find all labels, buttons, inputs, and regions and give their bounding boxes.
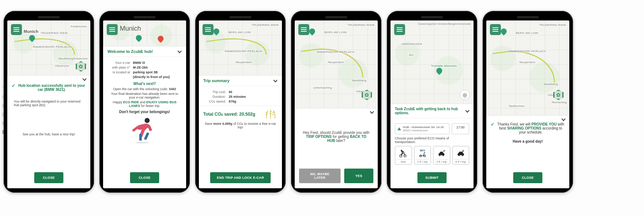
phone-5: Gewerbegebiet Einstein/Bergkirchenstraße… <box>387 11 477 193</box>
screen-trip-options-prompt: TRUDERING-RIEM BERG AM LOIM RAMERSDORF-P… <box>295 20 378 188</box>
phone-speaker <box>421 16 443 18</box>
time-field[interactable]: 17:00 <box>452 123 469 134</box>
confirmation-text: Hub location successfully sent to your c… <box>17 84 86 92</box>
svg-point-11 <box>443 155 444 156</box>
mvv-scooter-icon: MVV <box>418 148 427 158</box>
end-trip-button[interactable]: END TRIP AND LOCK E-CAR <box>210 172 270 183</box>
map[interactable]: TRUDERING-RIEM BERG AM LOIM RAMERSDORF-P… <box>486 20 569 115</box>
eco-ride-text: Happy ECO RIDE and ENJOY USING BUS LANES… <box>107 100 182 108</box>
map[interactable]: Munich Feldkirchen TRUDERING-RIEM RAMERS… <box>7 20 90 75</box>
phone-speaker <box>325 16 347 18</box>
bottom-sheet: Trip summary Trip cost:6€ Duration:25 mi… <box>199 75 282 188</box>
confirmation-text: Thanks Fred, we will PROVIDE YOU with be… <box>496 122 565 134</box>
info-text: You will be directly navigated to your r… <box>12 100 86 107</box>
svg-point-12 <box>444 150 444 151</box>
destination-field[interactable]: HUB - Hohenbrunner Str. 14-18 85521 Hohe… <box>395 123 449 134</box>
map-pin-dest-icon <box>435 67 444 75</box>
phone-2: Munich Welcome to ZcubE hub! Your e-carB… <box>99 11 190 193</box>
check-icon: ✓ <box>491 122 494 127</box>
map[interactable]: TRUDERING-RIEM BERG AM LOIM RAMERSDORF-P… <box>295 20 378 108</box>
walk-bike-icon <box>398 148 408 158</box>
menu-button[interactable] <box>394 24 405 35</box>
check-icon: ✓ <box>12 84 15 88</box>
unlock-instruction: Open the car with the unlocking code: 34… <box>107 87 182 91</box>
choose-mode-text: Choose your prefered ECO means of transp… <box>395 136 469 144</box>
menu-button[interactable] <box>107 24 118 35</box>
collapse-icon[interactable] <box>465 109 469 113</box>
mode-walk-bike[interactable]: free <box>395 146 412 165</box>
svg-point-3 <box>135 142 149 143</box>
save-more-text: Save more 4.498g of CO₂ to receive a fre… <box>203 122 278 129</box>
yes-button[interactable]: YES <box>344 169 373 183</box>
whats-next-heading: What's next? <box>107 82 182 86</box>
svg-point-15 <box>462 155 463 156</box>
mode-price: 2 € / trip <box>415 159 430 163</box>
collapse-icon[interactable] <box>177 49 182 54</box>
total-co2-line: Total CO₂ saved: 20.502g <box>203 109 278 120</box>
svg-text:MVV: MVV <box>420 149 425 152</box>
map[interactable]: Munich <box>103 20 186 46</box>
map-pin-start-icon <box>500 27 508 36</box>
ride-share-icon <box>437 148 446 158</box>
map-pin-start-icon <box>212 27 221 36</box>
runner-illustration <box>107 116 182 145</box>
phone-speaker <box>517 16 539 18</box>
svg-point-10 <box>439 155 440 156</box>
screen-trip-summary: TRUDERING-RIEM BERG AM LOIM RAMERSDORF-P… <box>199 20 282 188</box>
bottom-sheet: ✓ Hub location successfully sent to your… <box>7 75 90 188</box>
screen-task-return: Gewerbegebiet Einstein/Bergkirchenstraße… <box>390 20 474 188</box>
submit-button[interactable]: SUBMIT <box>417 172 447 183</box>
bottom-sheet: Hey Fred, should ZcubE provide you with … <box>295 108 378 188</box>
prompt-text: Hey Fred, should ZcubE provide you with … <box>299 131 373 143</box>
phone-mockup-row: Munich Feldkirchen TRUDERING-RIEM RAMERS… <box>4 11 573 193</box>
map[interactable]: Gewerbegebiet Einstein/Bergkirchenstraße… <box>390 20 474 104</box>
mode-mvv-scooter[interactable]: MVV 2 € / trip <box>414 146 431 165</box>
map[interactable]: TRUDERING-RIEM BERG AM LOIM RAMERSDORF-P… <box>199 20 282 75</box>
close-button[interactable]: CLOSE <box>34 172 63 183</box>
svg-point-0 <box>145 118 150 123</box>
collapse-icon[interactable] <box>561 117 566 122</box>
close-button[interactable]: CLOSE <box>513 172 542 183</box>
mode-price: 3 € / trip <box>434 159 449 163</box>
phone-speaker <box>38 16 60 18</box>
collapse-icon[interactable] <box>370 110 374 114</box>
bottom-sheet: Welcome to ZcubE hub! Your e-carBMW i3 w… <box>103 46 186 188</box>
bottom-sheet: ✓ Thanks Fred, we will PROVIDE YOU with … <box>486 115 569 188</box>
collapse-icon[interactable] <box>82 77 87 81</box>
map-pin-start-icon <box>308 27 317 36</box>
svg-rect-2 <box>144 132 149 140</box>
collapse-icon[interactable] <box>273 78 278 83</box>
phone-3: TRUDERING-RIEM BERG AM LOIM RAMERSDORF-P… <box>195 11 286 193</box>
locate-me-button[interactable]: ◎ <box>460 90 470 100</box>
mode-price: 6 € / trip <box>453 159 468 163</box>
map-pin-start-icon <box>135 34 143 42</box>
e-car-icon <box>456 148 466 158</box>
sheet-title: Task ZcubE with getting back to hub opti… <box>395 107 465 115</box>
city-title: Munich <box>120 25 141 32</box>
no-button[interactable]: NO, MAYBE LATER <box>299 169 341 183</box>
menu-button[interactable] <box>298 24 309 35</box>
close-button[interactable]: CLOSE <box>130 172 159 183</box>
transport-modes: free MVV 2 € / trip 3 € / trip 6 € / <box>395 146 469 165</box>
hub-marker-icon: ✿ <box>76 61 86 72</box>
screen-welcome-hub: Munich Welcome to ZcubE hub! Your e-carB… <box>103 20 186 188</box>
mode-e-car[interactable]: 6 € / trip <box>452 146 470 165</box>
mode-ride-share[interactable]: 3 € / trip <box>433 146 450 165</box>
screen-hub-sent: Munich Feldkirchen TRUDERING-RIEM RAMERS… <box>7 20 90 188</box>
map-city-label: Munich <box>23 29 39 34</box>
menu-button[interactable] <box>11 24 22 35</box>
map-pin-dest-icon <box>157 35 165 43</box>
good-day-text: Have a good day! <box>491 139 565 143</box>
phone-1: Munich Feldkirchen TRUDERING-RIEM RAMERS… <box>4 11 94 193</box>
svg-point-14 <box>458 155 459 156</box>
menu-button[interactable] <box>203 24 213 35</box>
phone-4: TRUDERING-RIEM BERG AM LOIM RAMERSDORF-P… <box>291 11 381 193</box>
svg-point-9 <box>424 155 425 157</box>
sheet-title: Trip summary <box>203 78 229 83</box>
mode-price: free <box>396 159 411 163</box>
belongings-reminder: Don't forget your belongings! <box>107 110 182 114</box>
wheat-icon <box>264 109 278 120</box>
svg-rect-1 <box>139 134 142 141</box>
phone-6: TRUDERING-RIEM BERG AM LOIM RAMERSDORF-P… <box>483 11 573 193</box>
menu-button[interactable] <box>490 24 501 35</box>
